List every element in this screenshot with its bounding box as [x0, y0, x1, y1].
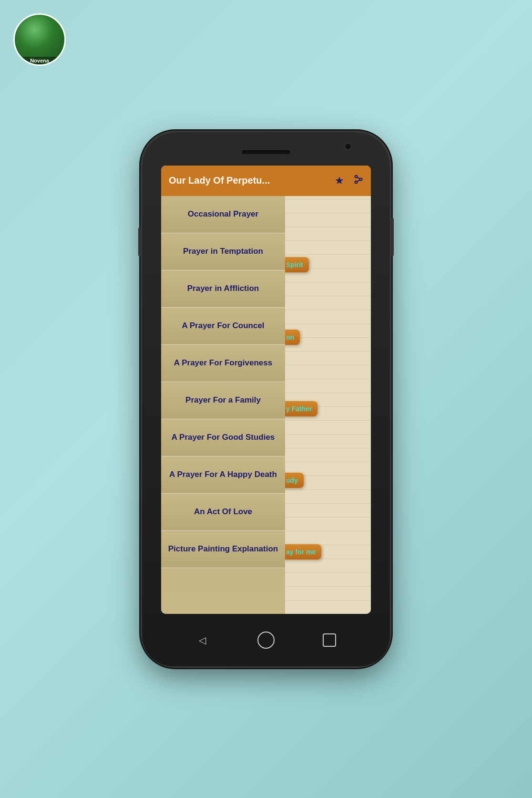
front-camera [344, 143, 352, 150]
volume-button [138, 228, 141, 256]
app-icon-label: Novena [15, 57, 64, 64]
menu-item-picture-painting-explanation[interactable]: Picture Painting Explanation [161, 531, 285, 568]
app-bar-title: Our Lady Of Perpetu... [169, 175, 335, 186]
back-button[interactable]: ◁ [194, 632, 211, 649]
recents-button[interactable] [321, 632, 338, 649]
menu-item-prayer-for-family[interactable]: Prayer For a Family [161, 382, 285, 419]
bookmark-icon[interactable]: ★ [335, 175, 344, 187]
menu-item-prayer-in-affliction[interactable]: Prayer in Affliction [161, 270, 285, 308]
svg-point-0 [355, 176, 358, 178]
screen: Our Lady Of Perpetu... ★ Occasional Pray… [161, 166, 371, 614]
app-bar: Our Lady Of Perpetu... ★ [161, 166, 371, 196]
svg-line-3 [357, 180, 360, 181]
svg-point-1 [360, 178, 362, 181]
menu-item-prayer-for-happy-death[interactable]: A Prayer For A Happy Death [161, 456, 285, 494]
svg-point-2 [355, 181, 358, 183]
app-bar-icons: ★ [335, 175, 363, 187]
svg-line-4 [357, 177, 360, 178]
right-panel: Spirit on y Father udy ay for me [285, 196, 371, 614]
father-button[interactable]: y Father [285, 401, 317, 416]
menu-item-prayer-for-forgiveness[interactable]: A Prayer For Forgiveness [161, 345, 285, 382]
spirit-button[interactable]: Spirit [285, 257, 309, 272]
share-icon[interactable] [354, 175, 363, 187]
phone-body: Our Lady Of Perpetu... ★ Occasional Pray… [142, 132, 390, 666]
menu-item-prayer-for-good-studies[interactable]: A Prayer For Good Studies [161, 419, 285, 456]
menu-item-an-act-of-love[interactable]: An Act Of Love [161, 494, 285, 531]
recents-square-icon [323, 633, 336, 647]
menu-item-prayer-in-temptation[interactable]: Prayer in Temptation [161, 233, 285, 270]
on-button[interactable]: on [285, 330, 300, 345]
power-button [391, 218, 394, 256]
home-button[interactable] [257, 632, 275, 649]
phone-bottom-nav: ◁ [142, 614, 390, 666]
app-icon[interactable]: Novena [13, 13, 66, 66]
menu-item-occasional-prayer[interactable]: Occasional Prayer [161, 196, 285, 233]
home-circle-icon [257, 632, 275, 649]
pray-button[interactable]: ay for me [285, 544, 321, 560]
main-content: Occasional Prayer Prayer in Temptation P… [161, 196, 371, 614]
menu-item-prayer-for-councel[interactable]: A Prayer For Councel [161, 308, 285, 345]
menu-panel: Occasional Prayer Prayer in Temptation P… [161, 196, 285, 614]
speaker-grille [242, 150, 290, 154]
udy-button[interactable]: udy [285, 473, 304, 488]
phone-top [142, 132, 390, 166]
